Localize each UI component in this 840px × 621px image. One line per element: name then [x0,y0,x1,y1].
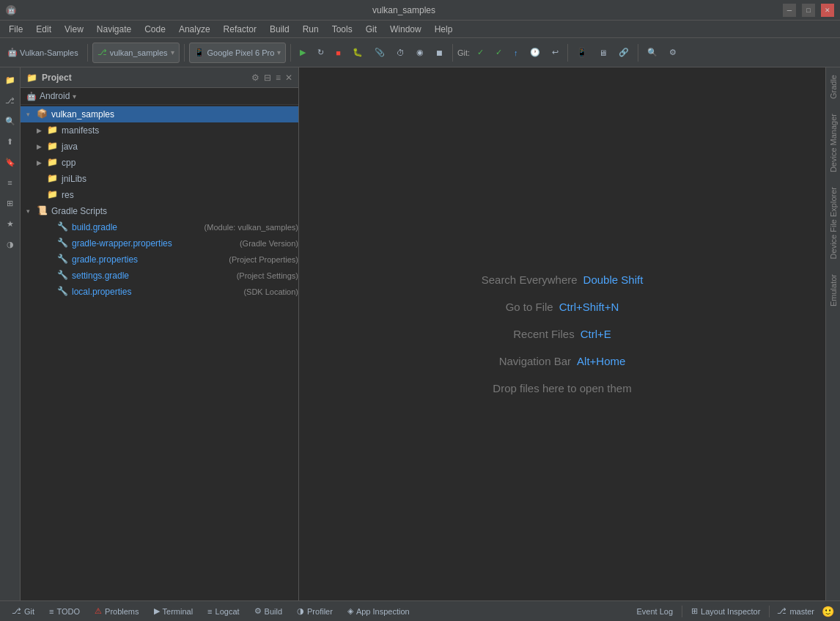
close-button[interactable]: ✕ [821,4,834,17]
sidebar-project-icon[interactable]: 📁 [1,71,19,89]
status-build-button[interactable]: ⚙ Build [248,603,288,620]
menu-code[interactable]: Code [139,23,172,36]
project-settings-icon[interactable]: ≡ [276,73,281,83]
tree-jnilibs-item[interactable]: ▶ 📁 jniLibs [21,171,298,187]
project-close-icon[interactable]: ✕ [285,73,292,83]
tree-gradle-props-item[interactable]: ▶ 🔧 gradle.properties (Project Propertie… [21,251,298,268]
project-collapse-icon[interactable]: ⊟ [264,73,271,83]
attach-button[interactable]: 📎 [370,43,389,63]
pair-button[interactable]: 🔗 [614,43,633,63]
device-dropdown[interactable]: 📱 Google Pixel 6 Pro ▾ [189,43,287,63]
tree-build-gradle-item[interactable]: ▶ 🔧 build.gradle (Module: vulkan_samples… [21,219,298,235]
search-everywhere-shortcut: Double Shift [583,273,644,286]
right-tab-gradle[interactable]: Gradle [827,67,840,106]
menu-run[interactable]: Run [297,23,325,36]
jnilibs-folder-icon: 📁 [47,173,59,185]
menu-file[interactable]: File [3,23,29,36]
layout-inspector-icon: ⊞ [691,606,698,616]
stop-button[interactable]: ■ [331,43,345,63]
sidebar-bookmark-icon[interactable]: 🔖 [1,153,19,171]
tree-cpp-item[interactable]: ▶ 📁 cpp [21,155,298,171]
search-button[interactable]: 🔍 [643,43,662,63]
maximize-button[interactable]: □ [802,4,815,17]
status-event-log-button[interactable]: Event Log [630,603,679,620]
git-check-button[interactable]: ✓ [473,43,488,63]
tree-java-item[interactable]: ▶ 📁 java [21,139,298,155]
git-rollback-button[interactable]: ↩ [548,43,563,63]
tree-manifests-item[interactable]: ▶ 📁 manifests [21,122,298,139]
menu-window[interactable]: Window [384,23,427,36]
git-push-button[interactable]: ↑ [509,43,523,63]
android-selector[interactable]: 🤖 Android ▾ [21,88,298,105]
right-tab-emulator[interactable]: Emulator [827,267,840,314]
settings-button[interactable]: ⚙ [665,43,681,63]
local-props-label: local.properties [72,287,240,297]
right-tab-device-manager[interactable]: Device Manager [827,106,840,180]
status-logcat-button[interactable]: ≡ Logcat [202,603,245,620]
todo-icon: ≡ [49,607,54,616]
sidebar-resource-icon[interactable]: ≡ [1,174,19,191]
project-title: Project [42,73,247,83]
emulator-button[interactable]: 🖥 [594,43,611,63]
tree-root-item[interactable]: ▾ 📦 vulkan_samples [21,106,298,122]
sidebar-find-icon[interactable]: 🔍 [1,112,19,130]
git-history-button[interactable]: 🕐 [526,43,545,63]
status-git-button[interactable]: ⎇ Git [6,603,40,620]
run-button[interactable]: ▶ [295,43,310,63]
device-manager-button[interactable]: 📱 [572,43,592,63]
todo-label: TODO [56,607,80,616]
menu-build[interactable]: Build [264,23,295,36]
app-inspection-icon: ◈ [347,606,353,616]
root-expand-arrow-icon: ▾ [26,111,37,118]
menu-git[interactable]: Git [360,23,383,36]
manifests-arrow-icon: ▶ [37,127,47,134]
refresh-button[interactable]: ↻ [313,43,328,63]
app-icon: 🤖 [6,5,16,15]
menu-help[interactable]: Help [429,23,459,36]
profile-button[interactable]: ⏱ [392,43,409,63]
tree-gradle-wrapper-item[interactable]: ▶ 🔧 gradle-wrapper.properties (Gradle Ve… [21,235,298,251]
project-name-btn[interactable]: 🤖 Vulkan-Samples [3,43,83,63]
right-tab-device-file-explorer[interactable]: Device File Explorer [827,180,840,266]
status-app-inspection-button[interactable]: ◈ App Inspection [342,603,416,620]
search-everywhere-label: Search Everywhere [482,273,578,286]
stop-button-2[interactable]: ⏹ [431,43,448,63]
problems-icon: ⚠ [95,606,102,616]
menu-edit[interactable]: Edit [30,23,57,36]
res-folder-icon: 📁 [47,189,59,201]
menu-analyze[interactable]: Analyze [173,23,216,36]
git-check2-button[interactable]: ✓ [491,43,506,63]
sidebar-favorites-icon[interactable]: ★ [1,215,19,232]
minimize-button[interactable]: ─ [783,4,796,17]
menu-view[interactable]: View [59,23,89,36]
sidebar-structure-icon[interactable]: ⊞ [1,194,19,212]
git-branch-indicator[interactable]: ⎇ master [773,606,819,616]
tree-gradle-scripts-item[interactable]: ▾ 📜 Gradle Scripts [21,203,298,219]
toolbar: 🤖 Vulkan-Samples ⎇ vulkan_samples ▾ 📱 Go… [0,38,840,67]
project-gear-icon[interactable]: ⚙ [251,73,259,83]
status-layout-inspector-button[interactable]: ⊞ Layout Inspector [685,603,766,620]
build-gradle-sublabel: (Module: vulkan_samples) [205,223,298,232]
java-label: java [62,142,298,152]
sidebar-pullrequest-icon[interactable]: ⬆ [1,133,19,150]
menu-refactor[interactable]: Refactor [218,23,262,36]
gradle-wrapper-sublabel: (Gradle Version) [240,239,298,248]
menu-tools[interactable]: Tools [326,23,358,36]
sidebar-buildvariants-icon[interactable]: ◑ [1,235,19,253]
status-problems-button[interactable]: ⚠ Problems [89,603,144,620]
coverage-button[interactable]: ◉ [412,43,428,63]
debug-button[interactable]: 🐛 [348,43,367,63]
tree-res-item[interactable]: ▶ 📁 res [21,187,298,203]
status-profiler-button[interactable]: ◑ Profiler [291,603,339,620]
profiler-label: Profiler [307,607,333,616]
cpp-arrow-icon: ▶ [37,159,47,166]
menu-bar: File Edit View Navigate Code Analyze Ref… [0,21,840,38]
branch-dropdown[interactable]: ⎇ vulkan_samples ▾ [92,43,180,63]
status-terminal-button[interactable]: ▶ Terminal [148,603,199,620]
right-sidebar: Gradle Device Manager Device File Explor… [825,67,840,600]
tree-settings-gradle-item[interactable]: ▶ 🔧 settings.gradle (Project Settings) [21,268,298,284]
tree-local-props-item[interactable]: ▶ 🔧 local.properties (SDK Location) [21,284,298,300]
status-todo-button[interactable]: ≡ TODO [43,603,86,620]
menu-navigate[interactable]: Navigate [91,23,137,36]
sidebar-commit-icon[interactable]: ⎇ [1,92,19,109]
